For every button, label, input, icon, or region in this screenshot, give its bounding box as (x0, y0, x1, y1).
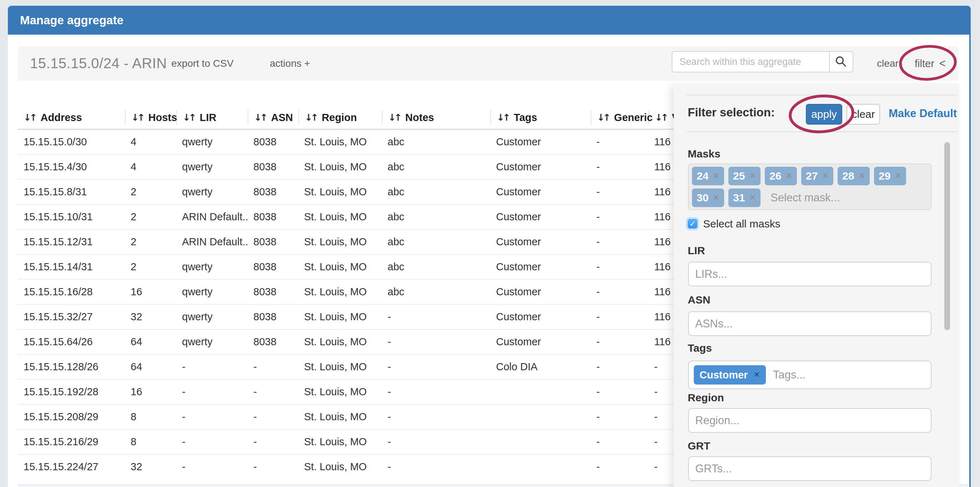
table-row[interactable]: 15.15.15.32/2732qwerty8038St. Louis, MO-… (18, 304, 756, 329)
export-csv-link[interactable]: export to CSV (171, 46, 234, 81)
manage-aggregate-window: Manage aggregate 15.15.15.0/24 - ARIN ex… (8, 6, 971, 487)
column-header-tags[interactable]: ↓↑Tags (490, 106, 591, 129)
tags-label: Tags (688, 342, 712, 354)
column-header-address[interactable]: ↓↑Address (18, 106, 125, 129)
mask-chip[interactable]: 28✕ (838, 167, 870, 185)
sort-icon: ↓↑ (655, 112, 667, 123)
make-default-link[interactable]: Make Default (889, 107, 957, 120)
clear-filters-button[interactable]: clear (846, 104, 880, 125)
remove-icon[interactable]: ✕ (786, 171, 792, 181)
mask-chip[interactable]: 31✕ (729, 188, 760, 207)
lir-input[interactable] (688, 262, 931, 286)
cell-lir: qwerty (176, 154, 248, 180)
asn-input[interactable] (688, 311, 931, 336)
filter-toggle-link[interactable]: filter< (915, 46, 946, 81)
table-row[interactable]: 15.15.15.8/312qwerty8038St. Louis, MOabc… (18, 180, 756, 205)
mask-chip[interactable]: 30✕ (692, 188, 724, 207)
filter-toggle-label: filter (915, 58, 934, 69)
panel-scrollbar-thumb[interactable] (944, 142, 950, 330)
remove-icon[interactable]: ✕ (858, 171, 865, 181)
table-row[interactable]: 15.15.15.0/304qwerty8038St. Louis, MOabc… (18, 129, 756, 154)
cell-address: 15.15.15.10/31 (18, 205, 125, 229)
cell-address: 15.15.15.64/26 (18, 329, 125, 355)
mask-chip-label: 30 (697, 192, 708, 204)
grt-input[interactable] (688, 456, 931, 481)
table-row[interactable]: 15.15.15.224/2732--St. Louis, MO--- (18, 455, 756, 479)
cell-generic: - (591, 180, 649, 205)
mask-chip-label: 27 (806, 170, 818, 182)
cell-region: St. Louis, MO (298, 255, 382, 280)
cell-lir: - (176, 355, 248, 380)
remove-icon[interactable]: ✕ (713, 171, 719, 181)
cell-notes: abc (382, 129, 490, 154)
cell-region: St. Louis, MO (298, 430, 382, 455)
table-row[interactable]: 15.15.15.10/312ARIN Default...8038St. Lo… (18, 205, 756, 229)
sort-icon: ↓↑ (183, 112, 195, 123)
sort-icon: ↓↑ (254, 112, 266, 123)
cell-hosts: 16 (125, 380, 176, 404)
remove-icon[interactable]: ✕ (713, 193, 719, 202)
search-group (671, 51, 853, 72)
actions-menu-link[interactable]: actions + (270, 46, 310, 81)
select-all-masks-checkbox[interactable]: ✓ (688, 219, 697, 229)
table-row[interactable]: 15.15.15.16/2816qwerty8038St. Louis, MOa… (18, 280, 756, 304)
cell-lir: - (176, 455, 248, 479)
search-input[interactable] (671, 51, 829, 72)
subnet-table: ↓↑Address ↓↑Hosts ↓↑LIR ↓↑ASN ↓↑Region ↓… (18, 106, 756, 479)
column-header-region[interactable]: ↓↑Region (298, 106, 382, 129)
search-button[interactable] (829, 51, 853, 72)
remove-icon[interactable]: ✕ (895, 171, 901, 181)
cell-address: 15.15.15.4/30 (18, 154, 125, 180)
table-row[interactable]: 15.15.15.216/298--St. Louis, MO--- (18, 430, 756, 455)
cell-region: St. Louis, MO (298, 404, 382, 430)
cell-region: St. Louis, MO (298, 355, 382, 380)
mask-chip[interactable]: 26✕ (765, 167, 797, 185)
cell-generic: - (591, 154, 649, 180)
column-header-asn[interactable]: ↓↑ASN (248, 106, 298, 129)
table-row[interactable]: 15.15.15.192/2816--St. Louis, MO--- (18, 380, 756, 404)
mask-chip[interactable]: 27✕ (801, 167, 833, 185)
column-header-notes[interactable]: ↓↑Notes (382, 106, 490, 129)
cell-hosts: 32 (125, 455, 176, 479)
cell-lir: qwerty (176, 255, 248, 280)
cell-address: 15.15.15.14/31 (18, 255, 125, 280)
cell-hosts: 32 (125, 304, 176, 329)
table-row[interactable]: 15.15.15.64/2664qwerty8038St. Louis, MO-… (18, 329, 756, 355)
table-row[interactable]: 15.15.15.208/298--St. Louis, MO--- (18, 404, 756, 430)
cell-asn: 8038 (248, 154, 298, 180)
table-row[interactable]: 15.15.15.4/304qwerty8038St. Louis, MOabc… (18, 154, 756, 180)
apply-button[interactable]: apply (806, 104, 842, 125)
tag-chip[interactable]: Customer✕ (694, 365, 766, 385)
cell-notes: abc (382, 280, 490, 304)
table-row[interactable]: 15.15.15.12/312ARIN Default...8038St. Lo… (18, 229, 756, 255)
remove-icon[interactable]: ✕ (749, 171, 756, 181)
table-row[interactable]: 15.15.15.14/312qwerty8038St. Louis, MOab… (18, 255, 756, 280)
asn-label: ASN (688, 294, 710, 306)
cell-address: 15.15.15.192/28 (18, 380, 125, 404)
mask-chip[interactable]: 29✕ (874, 167, 906, 185)
remove-icon[interactable]: ✕ (749, 193, 756, 202)
masks-multiselect[interactable]: 24✕ 25✕ 26✕ 27✕ 28✕ 29✕ 30✕ 31✕ Select m… (688, 164, 931, 210)
remove-icon[interactable]: ✕ (822, 171, 828, 181)
cell-lir: ARIN Default... (176, 229, 248, 255)
cell-hosts: 2 (125, 205, 176, 229)
cell-notes: abc (382, 154, 490, 180)
column-header-generic[interactable]: ↓↑Generic (591, 106, 649, 129)
tags-multiselect[interactable]: Customer✕ Tags... (688, 361, 931, 389)
cell-hosts: 2 (125, 229, 176, 255)
mask-chip[interactable]: 24✕ (692, 167, 724, 185)
region-input[interactable] (688, 408, 931, 433)
remove-icon[interactable]: ✕ (753, 370, 760, 380)
mask-chip[interactable]: 25✕ (729, 167, 760, 185)
cell-region: St. Louis, MO (298, 304, 382, 329)
select-all-masks-label[interactable]: Select all masks (703, 218, 781, 230)
column-label: Generic (614, 112, 653, 124)
cell-hosts: 64 (125, 355, 176, 380)
lir-label: LIR (688, 245, 705, 257)
table-row[interactable]: 15.15.15.128/2664--St. Louis, MO-Colo DI… (18, 355, 756, 380)
clear-search-link[interactable]: clear (877, 46, 899, 81)
column-header-lir[interactable]: ↓↑LIR (176, 106, 248, 129)
column-header-hosts[interactable]: ↓↑Hosts (125, 106, 176, 129)
cell-tags: Customer (490, 255, 591, 280)
column-label: Tags (514, 112, 538, 124)
